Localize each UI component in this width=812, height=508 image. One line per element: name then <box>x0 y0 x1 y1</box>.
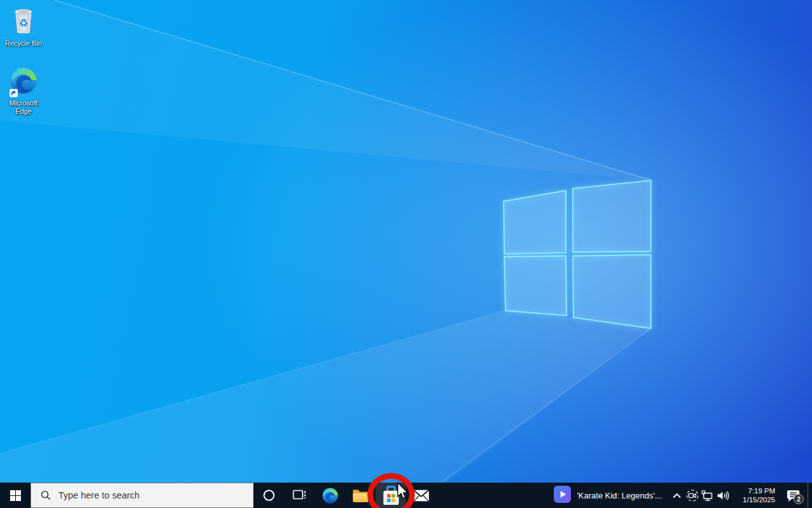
cortana-button[interactable] <box>254 483 284 508</box>
windows-desktop: ♻ Recycle Bin Microsoft Edge <box>0 0 812 508</box>
taskbar-store-button[interactable] <box>376 483 406 508</box>
volume-button[interactable] <box>715 483 730 508</box>
file-explorer-icon <box>352 488 369 503</box>
svg-text:♻: ♻ <box>19 17 29 29</box>
action-center-button[interactable]: 2 <box>778 483 808 508</box>
notification-badge: 2 <box>794 494 804 504</box>
shortcut-arrow-icon <box>10 89 18 97</box>
desktop-icon-label: Recycle Bin <box>1 39 46 48</box>
movies-tv-icon <box>554 486 571 505</box>
start-button[interactable] <box>0 483 30 508</box>
clock-time: 7:19 PM <box>748 486 775 495</box>
video-camera-icon <box>686 489 699 502</box>
show-desktop-button[interactable] <box>808 483 812 508</box>
task-view-button[interactable] <box>284 483 315 508</box>
windows-logo-light <box>0 0 812 508</box>
network-button[interactable] <box>700 483 715 508</box>
movies-tv-window-title: 'Karate Kid: Legends'... <box>577 491 662 500</box>
taskbar-clock[interactable]: 7:19 PM 1/15/2025 <box>730 483 778 508</box>
edge-icon <box>322 487 339 504</box>
speaker-icon <box>716 489 730 502</box>
taskbar-mail-button[interactable] <box>406 483 436 508</box>
taskbar-edge-button[interactable] <box>315 483 345 508</box>
taskbar-empty-space <box>436 483 547 508</box>
task-view-icon <box>292 488 307 503</box>
meet-now-button[interactable] <box>684 483 700 508</box>
taskbar-file-explorer-button[interactable] <box>345 483 376 508</box>
search-placeholder: Type here to search <box>58 490 140 500</box>
hidden-icons-button[interactable] <box>669 483 684 508</box>
desktop-wallpaper <box>0 0 812 508</box>
cortana-circle-icon <box>262 488 276 502</box>
desktop-icon-label: Microsoft Edge <box>1 99 46 116</box>
edge-logo-icon <box>9 66 38 98</box>
microsoft-store-icon <box>381 485 401 506</box>
desktop-icon-microsoft-edge[interactable]: Microsoft Edge <box>1 66 46 116</box>
mail-icon <box>413 489 429 502</box>
taskbar-search-input[interactable]: Type here to search <box>30 483 254 508</box>
chevron-up-icon <box>672 493 681 498</box>
taskbar: Type here to search <box>0 483 812 508</box>
desktop-icon-recycle-bin[interactable]: ♻ Recycle Bin <box>1 4 46 48</box>
clock-date: 1/15/2025 <box>743 495 775 504</box>
search-icon <box>40 490 51 501</box>
taskbar-movies-tv-button[interactable]: 'Karate Kid: Legends'... <box>547 483 669 508</box>
windows-start-icon <box>10 490 21 501</box>
network-icon <box>701 489 714 502</box>
recycle-bin-icon: ♻ <box>9 4 38 38</box>
